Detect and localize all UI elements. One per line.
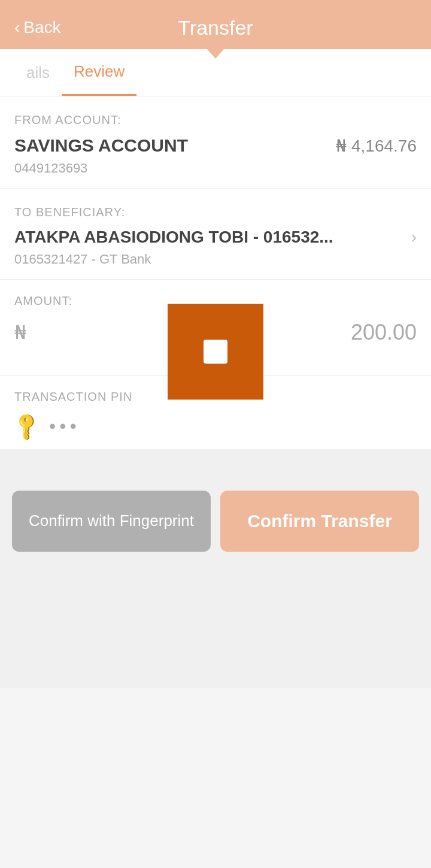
tab-indicator <box>207 49 224 59</box>
account-number: 0449123693 <box>14 161 417 176</box>
chevron-right-icon: › <box>411 228 417 247</box>
header: ‹ Back Transfer <box>0 0 431 49</box>
from-account-section: FROM ACCOUNT: SAVINGS ACCOUNT ₦ 4,164.76… <box>0 96 431 189</box>
to-beneficiary-section: TO BENEFICIARY: ATAKPA ABASIODIONG TOBI … <box>0 189 431 280</box>
orange-overlay <box>168 304 263 400</box>
remaining-background <box>0 568 431 688</box>
bottom-spacer <box>0 450 431 474</box>
from-account-label: FROM ACCOUNT: <box>14 113 417 127</box>
beneficiary-details: 0165321427 - GT Bank <box>14 252 417 267</box>
tab-review[interactable]: Review <box>62 49 136 96</box>
orange-overlay-inner <box>204 340 227 364</box>
pin-row[interactable]: 🔑 ••• <box>14 415 417 437</box>
tab-bar: ails Review <box>0 49 431 96</box>
account-row: SAVINGS ACCOUNT ₦ 4,164.76 <box>14 135 417 156</box>
back-label: Back <box>23 18 60 37</box>
account-balance: ₦ 4,164.76 <box>336 136 417 156</box>
back-button[interactable]: ‹ Back <box>14 18 61 37</box>
back-chevron-icon: ‹ <box>14 18 20 37</box>
pin-dots: ••• <box>49 415 80 437</box>
main-content: FROM ACCOUNT: SAVINGS ACCOUNT ₦ 4,164.76… <box>0 96 431 450</box>
header-title: Transfer <box>178 16 253 40</box>
beneficiary-label: TO BENEFICIARY: <box>14 205 417 219</box>
naira-currency-icon: ₦ <box>14 321 26 344</box>
beneficiary-row[interactable]: ATAKPA ABASIODIONG TOBI - 016532... › <box>14 228 417 247</box>
account-name: SAVINGS ACCOUNT <box>14 135 188 156</box>
confirm-transfer-button[interactable]: Confirm Transfer <box>220 491 419 552</box>
beneficiary-name: ATAKPA ABASIODIONG TOBI - 016532... <box>14 228 405 247</box>
button-row: Confirm with Fingerprint Confirm Transfe… <box>0 474 431 568</box>
confirm-fingerprint-button[interactable]: Confirm with Fingerprint <box>12 491 211 552</box>
tab-details[interactable]: ails <box>14 50 62 95</box>
amount-section: AMOUNT: ₦ 200.00 <box>0 280 431 376</box>
key-icon: 🔑 <box>10 409 43 442</box>
amount-value: 200.00 <box>351 320 417 345</box>
